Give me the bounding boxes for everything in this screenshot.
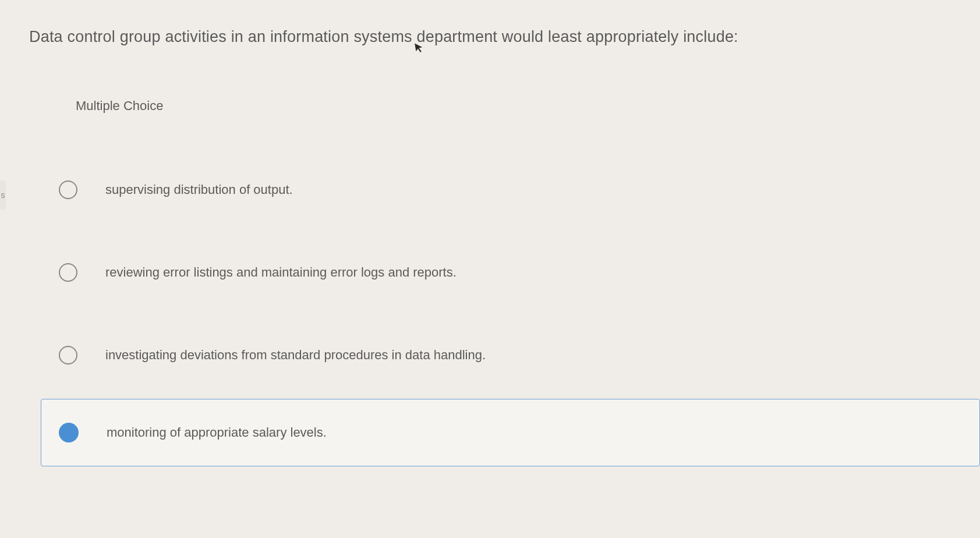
radio-icon <box>59 346 77 364</box>
option-row-2[interactable]: investigating deviations from standard p… <box>41 322 980 388</box>
option-row-0[interactable]: supervising distribution of output. <box>41 157 980 223</box>
option-row-3[interactable]: monitoring of appropriate salary levels. <box>41 399 980 466</box>
option-text: investigating deviations from standard p… <box>105 348 486 363</box>
answers-container: Multiple Choice supervising distribution… <box>0 81 980 466</box>
option-text: reviewing error listings and maintaining… <box>105 265 457 280</box>
question-prompt: Data control group activities in an info… <box>29 28 738 45</box>
radio-icon <box>59 180 77 199</box>
left-sidebar-tab[interactable]: s <box>0 180 6 210</box>
radio-icon-selected <box>59 423 79 443</box>
option-row-1[interactable]: reviewing error listings and maintaining… <box>41 239 980 306</box>
section-label: Multiple Choice <box>41 81 980 114</box>
multiple-choice-label: Multiple Choice <box>76 98 163 113</box>
left-tab-text: s <box>1 190 5 200</box>
option-text: supervising distribution of output. <box>105 182 293 197</box>
option-text: monitoring of appropriate salary levels. <box>107 425 327 440</box>
radio-icon <box>59 263 77 282</box>
question-text: Data control group activities in an info… <box>0 0 980 63</box>
